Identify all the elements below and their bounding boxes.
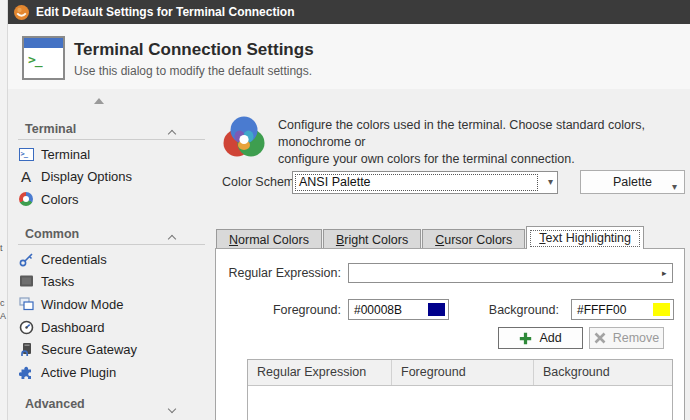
background-window-sliver: t c A (0, 0, 8, 420)
plus-icon (519, 332, 532, 345)
sidebar-item-display-options[interactable]: A Display Options (18, 166, 206, 186)
background-color-field[interactable]: #FFFF00 (571, 299, 674, 320)
highlight-rules-table: Regular Expression Foreground Background (247, 359, 673, 420)
sidebar-item-secure-gateway[interactable]: Secure Gateway (18, 339, 206, 359)
edge-text-fragment: c (0, 298, 5, 308)
x-icon (594, 332, 606, 344)
colors-icon (18, 192, 34, 207)
rgb-circles-icon (220, 113, 268, 161)
terminal-window-icon: >_ (22, 36, 65, 80)
focus-rectangle (530, 230, 640, 247)
sidebar-item-terminal[interactable]: >_ Terminal (18, 144, 206, 164)
page-subtitle: Use this dialog to modify the default se… (74, 64, 312, 78)
section-header-terminal[interactable]: Terminal (25, 122, 205, 138)
background-label: Background: (464, 303, 559, 317)
sidebar-item-tasks[interactable]: Tasks (18, 271, 206, 291)
remove-button[interactable]: Remove (589, 327, 664, 349)
lock-server-icon (18, 342, 34, 357)
regex-flyout-icon[interactable]: ▸ (662, 268, 667, 278)
puzzle-icon (18, 365, 34, 380)
color-tabs: Normal Colors Bright Colors Cursor Color… (216, 226, 645, 249)
gauge-icon (18, 320, 34, 335)
foreground-swatch[interactable] (428, 303, 445, 316)
foreground-color-field[interactable]: #00008B (348, 299, 449, 320)
edge-text-fragment: A (0, 311, 6, 321)
tab-text-highlighting[interactable]: Text Highlighting (526, 226, 644, 249)
sidebar-item-colors[interactable]: Colors (18, 189, 206, 209)
window-title: Edit Default Settings for Terminal Conne… (36, 5, 294, 19)
background-swatch[interactable] (653, 303, 670, 316)
background-hex-value: #FFFF00 (577, 303, 626, 317)
section-divider (18, 244, 205, 245)
tasks-icon (18, 274, 34, 289)
sidebar-item-credentials[interactable]: Credentials (18, 249, 206, 269)
tab-bright-colors[interactable]: Bright Colors (323, 229, 421, 249)
edge-text-fragment: t (0, 243, 3, 253)
color-scheme-value: ANSI Palette (299, 175, 371, 189)
color-scheme-combobox[interactable]: ANSI Palette ▾ (292, 171, 558, 194)
title-bar: Edit Default Settings for Terminal Conne… (8, 0, 690, 24)
page-title: Terminal Connection Settings (74, 40, 314, 60)
regex-label: Regular Expression: (226, 266, 341, 280)
terminal-icon: >_ (18, 147, 34, 162)
sidebar-item-window-mode[interactable]: Window Mode (18, 294, 206, 314)
section-divider (18, 139, 205, 140)
description-text: Configure the colors used in the termina… (278, 117, 678, 168)
column-header-regex[interactable]: Regular Expression (248, 360, 392, 385)
dialog-header: >_ Terminal Connection Settings Use this… (8, 24, 690, 89)
add-button[interactable]: Add (498, 327, 583, 349)
chevron-up-icon (168, 235, 176, 243)
chevron-down-icon: ▾ (672, 176, 677, 198)
sidebar-scroll-up-icon[interactable] (94, 98, 104, 104)
settings-dialog: Edit Default Settings for Terminal Conne… (8, 0, 690, 420)
section-header-common[interactable]: Common (25, 227, 205, 243)
sidebar-item-active-plugin[interactable]: Active Plugin (18, 362, 206, 382)
foreground-label: Foreground: (241, 303, 341, 317)
table-header-row: Regular Expression Foreground Background (248, 360, 672, 386)
regex-input[interactable] (348, 263, 673, 283)
chevron-down-icon[interactable]: ▾ (548, 176, 553, 187)
foreground-hex-value: #00008B (354, 303, 402, 317)
windows-icon (18, 297, 34, 312)
column-header-background[interactable]: Background (534, 360, 672, 385)
column-header-foreground[interactable]: Foreground (392, 360, 534, 385)
key-icon (18, 252, 34, 267)
tab-normal-colors[interactable]: Normal Colors (216, 229, 322, 249)
sidebar-item-dashboard[interactable]: Dashboard (18, 317, 206, 337)
tab-cursor-colors[interactable]: Cursor Colors (422, 229, 525, 249)
palette-dropdown-button[interactable]: Palette ▾ (580, 170, 685, 194)
app-icon[interactable] (14, 5, 29, 20)
chevron-down-icon (168, 405, 176, 413)
font-icon: A (18, 169, 34, 184)
section-header-advanced[interactable]: Advanced (25, 397, 205, 413)
text-highlighting-panel: Regular Expression: ▸ Foreground: #00008… (215, 248, 685, 420)
chevron-up-icon (168, 130, 176, 138)
